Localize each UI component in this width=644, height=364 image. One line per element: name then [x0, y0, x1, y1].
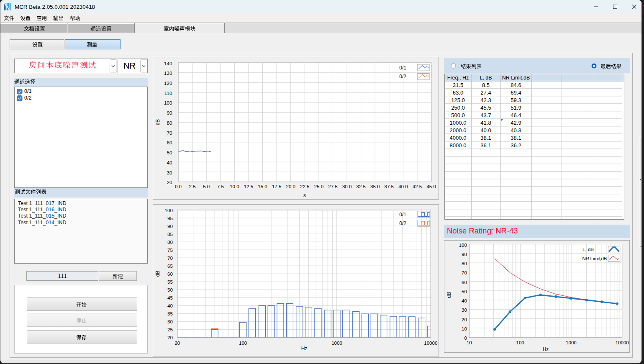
svg-text:1000.0: 1000.0 [450, 120, 467, 126]
svg-text:43.7: 43.7 [480, 112, 491, 118]
svg-text:59.3: 59.3 [511, 97, 521, 103]
svg-text:8000.0: 8000.0 [450, 142, 467, 149]
svg-text:38.1: 38.1 [480, 135, 491, 141]
svg-text:Freq., Hz: Freq., Hz [447, 75, 469, 81]
svg-text:84.6: 84.6 [511, 82, 521, 88]
svg-text:40.0: 40.0 [480, 127, 491, 133]
svg-text:8.5: 8.5 [482, 82, 490, 88]
svg-text:40.3: 40.3 [511, 127, 521, 133]
svg-text:46.4: 46.4 [511, 112, 521, 118]
svg-text:27.4: 27.4 [480, 90, 491, 96]
svg-text:NR Limit,dB: NR Limit,dB [502, 75, 530, 81]
svg-text:36.1: 36.1 [480, 142, 491, 149]
svg-text:250.0: 250.0 [451, 105, 465, 111]
svg-text:63.0: 63.0 [453, 90, 463, 96]
svg-text:31.5: 31.5 [453, 82, 463, 88]
svg-text:69.4: 69.4 [511, 90, 521, 96]
svg-text:2000.0: 2000.0 [450, 127, 467, 133]
svg-text:125.0: 125.0 [451, 97, 465, 103]
svg-text:51.9: 51.9 [511, 105, 521, 111]
svg-text:L, dB: L, dB [480, 75, 492, 81]
svg-text:4000.0: 4000.0 [450, 135, 467, 141]
svg-text:45.5: 45.5 [480, 105, 491, 111]
svg-text:42.9: 42.9 [511, 120, 521, 126]
svg-text:500.0: 500.0 [451, 112, 465, 118]
svg-text:41.8: 41.8 [480, 120, 491, 126]
svg-text:36.2: 36.2 [511, 142, 521, 149]
svg-text:38.1: 38.1 [511, 135, 521, 141]
svg-text:42.3: 42.3 [480, 97, 491, 103]
